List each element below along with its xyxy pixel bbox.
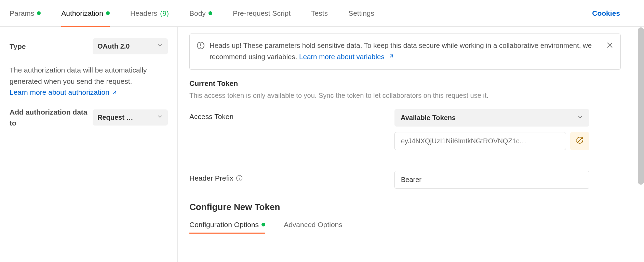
tab-label: Headers	[130, 9, 157, 17]
svg-line-7	[577, 137, 582, 143]
external-link-icon	[388, 53, 394, 59]
access-token-label: Access Token	[189, 109, 394, 121]
sensitive-data-alert: Heads up! These parameters hold sensitiv…	[189, 34, 621, 70]
svg-point-10	[239, 176, 240, 177]
sync-token-button[interactable]	[570, 132, 589, 150]
learn-variables-link[interactable]: Learn more about variables	[299, 53, 394, 61]
tab-tests[interactable]: Tests	[311, 0, 328, 27]
sync-icon	[576, 136, 584, 146]
header-prefix-label: Header Prefix	[189, 171, 394, 182]
tab-label: Tests	[311, 9, 328, 17]
warning-icon	[197, 41, 205, 51]
tab-params[interactable]: Params	[10, 0, 41, 27]
dropdown-value: Request …	[97, 114, 133, 121]
subtab-label: Advanced Options	[284, 221, 343, 229]
tab-body[interactable]: Body	[189, 0, 212, 27]
tab-label: Settings	[348, 9, 374, 17]
svg-line-4	[390, 55, 393, 57]
dropdown-value: Available Tokens	[401, 114, 456, 122]
headers-count: (9)	[160, 9, 169, 17]
subtab-label: Configuration Options	[189, 221, 259, 229]
info-icon[interactable]	[236, 175, 243, 182]
cookies-link[interactable]: Cookies	[592, 9, 620, 17]
type-label: Type	[10, 42, 26, 51]
svg-line-0	[113, 91, 116, 94]
configure-new-token-heading: Configure New Token	[189, 202, 621, 212]
close-icon[interactable]	[606, 41, 614, 51]
add-data-to-dropdown[interactable]: Request …	[93, 109, 168, 126]
current-token-description: This access token is only available to y…	[189, 92, 621, 100]
alert-text: Heads up! These parameters hold sensitiv…	[210, 41, 592, 61]
request-tabs: Params Authorization Headers (9) Body Pr…	[0, 0, 644, 27]
tab-headers[interactable]: Headers (9)	[130, 0, 169, 27]
scrollbar[interactable]	[638, 27, 644, 185]
add-data-to-label: Add authorization data to	[10, 107, 92, 128]
chevron-down-icon	[577, 114, 583, 122]
auth-main: Heads up! These parameters hold sensitiv…	[178, 27, 644, 262]
chevron-down-icon	[157, 114, 163, 121]
dropdown-value: OAuth 2.0	[97, 42, 130, 50]
tab-label: Params	[10, 9, 34, 17]
dot-icon	[106, 11, 110, 15]
tab-settings[interactable]: Settings	[348, 0, 374, 27]
learn-authorization-link[interactable]: Learn more about authorization	[10, 88, 118, 96]
auth-type-dropdown[interactable]: OAuth 2.0	[93, 38, 168, 54]
chevron-down-icon	[157, 42, 163, 50]
external-link-icon	[111, 89, 118, 95]
tab-label: Authorization	[61, 9, 103, 17]
dot-icon	[261, 223, 265, 226]
tab-label: Body	[189, 9, 206, 17]
subtab-advanced-options[interactable]: Advanced Options	[284, 221, 343, 233]
auth-description: The authorization data will be automatic…	[10, 65, 168, 87]
auth-sidebar: Type OAuth 2.0 The authorization data wi…	[0, 27, 178, 262]
dot-icon	[37, 11, 41, 15]
current-token-heading: Current Token	[189, 79, 621, 88]
header-prefix-input[interactable]: Bearer	[394, 171, 589, 189]
subtab-configuration-options[interactable]: Configuration Options	[189, 221, 265, 233]
tab-authorization[interactable]: Authorization	[61, 0, 110, 27]
access-token-input[interactable]: eyJ4NXQjUzI1NiI6ImtkNGtROVNQZ1c…	[394, 132, 566, 150]
dot-icon	[209, 11, 212, 15]
tab-label: Pre-request Script	[233, 9, 291, 17]
svg-point-3	[200, 47, 201, 48]
tab-pre-request-script[interactable]: Pre-request Script	[233, 0, 291, 27]
available-tokens-dropdown[interactable]: Available Tokens	[394, 109, 589, 127]
